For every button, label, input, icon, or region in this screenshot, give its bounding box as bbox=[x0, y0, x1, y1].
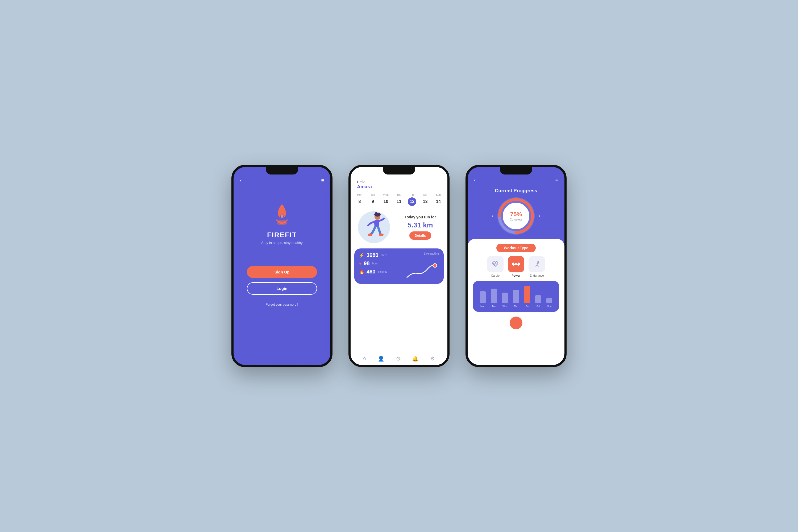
day-labels-row: Mon Tue Wed Thu Fri Sat Sun bbox=[477, 305, 555, 307]
day-label-col-tue: Tue bbox=[488, 305, 499, 307]
chart-day-tue: Tue bbox=[492, 305, 496, 307]
login-screen: ‹ ≡ FireFit Stay in shape, stay healthy … bbox=[233, 167, 330, 365]
nav-bell-icon[interactable]: 🔔 bbox=[412, 355, 419, 362]
steps-value: 3680 bbox=[366, 252, 379, 258]
chart-day-fri: Fri bbox=[526, 305, 529, 307]
dashboard-screen: Hello Amara Mon 8 Tue 9 Wed 10 Thu 11 Fr… bbox=[350, 167, 448, 365]
week-calendar: Mon 8 Tue 9 Wed 10 Thu 11 Fri 12 Sat 13 bbox=[350, 190, 448, 208]
day-label-tue: Tue bbox=[370, 193, 375, 196]
svg-rect-12 bbox=[512, 263, 514, 265]
details-button[interactable]: Details bbox=[410, 231, 432, 240]
nav-settings-icon[interactable]: ⚙ bbox=[431, 355, 435, 362]
heart-icon: ♥ bbox=[359, 261, 362, 266]
weekly-chart: Mon Tue Wed Thu Fri Sat Sun bbox=[473, 281, 559, 312]
day-label-col-wed: Wed bbox=[499, 305, 510, 307]
phone-login: ‹ ≡ FireFit Stay in shape, stay healthy … bbox=[231, 165, 332, 367]
day-col-thu[interactable]: Thu 11 bbox=[395, 193, 403, 206]
add-fab-button[interactable]: + bbox=[510, 317, 522, 329]
day-num-sun: 14 bbox=[434, 197, 443, 206]
signup-button[interactable]: Sign Up bbox=[247, 266, 317, 278]
workout-cardio[interactable]: Cardio bbox=[487, 256, 504, 277]
nav-profile-icon[interactable]: 👤 bbox=[378, 355, 384, 362]
app-title: FireFit bbox=[267, 231, 297, 239]
run-text-section: Today you run for 5.31 km Details bbox=[398, 215, 443, 240]
phone-notch-3 bbox=[500, 167, 532, 174]
chart-bars bbox=[477, 285, 555, 303]
runner-illustration bbox=[355, 209, 395, 246]
bar-mon bbox=[480, 291, 486, 303]
bar-col-sat bbox=[533, 295, 544, 303]
tracking-path-chart bbox=[404, 256, 439, 280]
calories-icon: 🔥 bbox=[359, 269, 364, 274]
chart-day-sun: Sun bbox=[547, 305, 551, 307]
steps-icon: ⚡ bbox=[359, 253, 364, 258]
calories-unit: calories bbox=[378, 270, 387, 273]
nav-timer-icon[interactable]: ⊙ bbox=[396, 355, 401, 362]
bar-col-fri bbox=[521, 286, 533, 303]
bar-col-mon bbox=[477, 291, 488, 303]
calories-value: 460 bbox=[366, 269, 375, 275]
circle-inner: 75% Complete bbox=[503, 203, 529, 229]
day-col-sat[interactable]: Sat 13 bbox=[421, 193, 430, 206]
hello-text: Hello bbox=[357, 180, 441, 184]
cardio-icon-box bbox=[487, 256, 504, 272]
day-label-wed: Wed bbox=[383, 193, 388, 196]
svg-rect-13 bbox=[518, 263, 520, 265]
run-distance: 5.31 km bbox=[398, 221, 443, 229]
day-label-col-thu: Thu bbox=[510, 305, 521, 307]
bar-sun bbox=[546, 298, 552, 303]
workout-endurance[interactable]: Endurance bbox=[529, 256, 545, 277]
calories-row: 🔥 460 calories bbox=[359, 269, 398, 275]
day-col-wed[interactable]: Wed 10 bbox=[382, 193, 390, 206]
progress-complete-label: Complete bbox=[510, 218, 522, 221]
login-header: ‹ ≡ bbox=[233, 178, 330, 183]
endurance-icon-box bbox=[529, 256, 545, 272]
bar-col-thu bbox=[510, 290, 521, 303]
workout-card: Workout Type Cardio bbox=[468, 239, 565, 365]
power-icon bbox=[512, 261, 520, 267]
chart-day-thu: Thu bbox=[514, 305, 518, 307]
bar-fri bbox=[524, 286, 530, 303]
user-name: Amara bbox=[357, 184, 441, 190]
progress-header: ‹ ≡ bbox=[468, 177, 565, 183]
stats-right: Live tracking bbox=[400, 252, 439, 280]
progress-back-icon[interactable]: ‹ bbox=[474, 177, 476, 183]
menu-icon[interactable]: ≡ bbox=[321, 178, 324, 183]
back-icon[interactable]: ‹ bbox=[240, 178, 242, 183]
day-label-fri: Fri bbox=[411, 193, 414, 196]
steps-unit: steps bbox=[381, 254, 387, 257]
day-num-fri: 12 bbox=[408, 197, 416, 206]
day-num-sat: 13 bbox=[421, 197, 430, 206]
next-arrow-icon[interactable]: › bbox=[538, 212, 540, 220]
login-buttons-group: Sign Up Login Forgot your password? bbox=[233, 266, 330, 306]
app-tagline: Stay in shape, stay healthy bbox=[261, 241, 302, 245]
cardio-icon bbox=[492, 261, 499, 268]
phone-dashboard: Hello Amara Mon 8 Tue 9 Wed 10 Thu 11 Fr… bbox=[348, 165, 450, 367]
day-num-mon: 8 bbox=[355, 197, 364, 206]
power-icon-box bbox=[508, 256, 524, 272]
day-num-wed: 10 bbox=[382, 197, 390, 206]
endurance-label: Endurance bbox=[530, 274, 544, 277]
dashboard-header: Hello Amara bbox=[350, 177, 448, 190]
stats-card: ⚡ 3680 steps ♥ 98 bpm 🔥 460 calories Liv… bbox=[354, 248, 444, 284]
cardio-label: Cardio bbox=[491, 274, 499, 277]
forgot-password-link[interactable]: Forgot your password? bbox=[266, 303, 299, 306]
nav-home-icon[interactable]: ⌂ bbox=[363, 355, 366, 362]
day-col-sun[interactable]: Sun 14 bbox=[434, 193, 443, 206]
bar-col-tue bbox=[488, 289, 499, 303]
flame-logo-icon bbox=[271, 202, 292, 227]
day-col-mon[interactable]: Mon 8 bbox=[355, 193, 364, 206]
day-label-mon: Mon bbox=[357, 193, 362, 196]
bar-col-sun bbox=[544, 298, 555, 303]
day-col-tue[interactable]: Tue 9 bbox=[368, 193, 377, 206]
chart-day-sat: Sat bbox=[536, 305, 540, 307]
prev-arrow-icon[interactable]: ‹ bbox=[492, 212, 494, 220]
bar-thu bbox=[513, 290, 519, 303]
bar-tue bbox=[491, 289, 497, 303]
day-label-sat: Sat bbox=[423, 193, 427, 196]
phone-notch-1 bbox=[266, 167, 298, 174]
workout-power[interactable]: Power bbox=[508, 256, 524, 277]
login-button[interactable]: Login bbox=[247, 282, 317, 295]
progress-menu-icon[interactable]: ≡ bbox=[555, 177, 558, 183]
day-col-fri[interactable]: Fri 12 bbox=[408, 193, 416, 206]
